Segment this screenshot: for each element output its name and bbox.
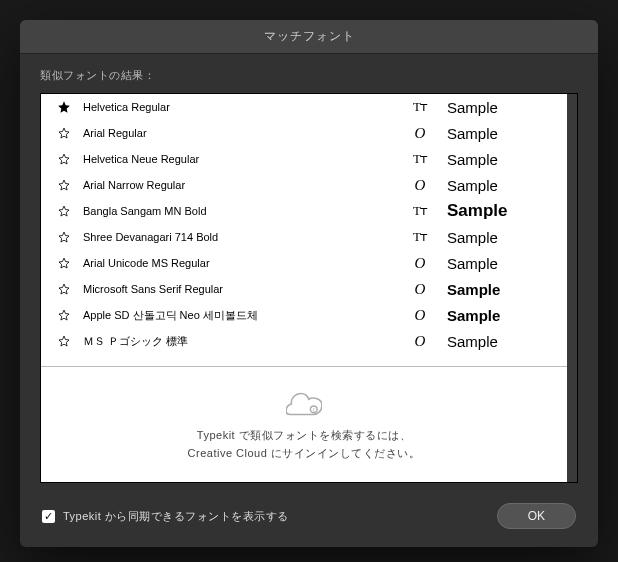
font-sample: Sample — [447, 255, 557, 272]
font-name: Helvetica Neue Regular — [83, 153, 407, 165]
font-name: Helvetica Regular — [83, 101, 407, 113]
star-outline-icon[interactable] — [55, 306, 73, 324]
font-row[interactable]: Arial RegularOSample — [41, 120, 567, 146]
dialog-content: 類似フォントの結果： Helvetica RegularTᴛSampleAria… — [20, 54, 598, 547]
font-name: Arial Narrow Regular — [83, 179, 407, 191]
results-panel: Helvetica RegularTᴛSampleArial RegularOS… — [40, 93, 578, 483]
typekit-message: Typekit で類似フォントを検索するには、 Creative Cloud に… — [41, 427, 567, 462]
truetype-icon: Tᴛ — [407, 151, 433, 167]
star-outline-icon[interactable] — [55, 280, 73, 298]
font-row[interactable]: Arial Narrow RegularOSample — [41, 172, 567, 198]
font-row[interactable]: Microsoft Sans Serif RegularOSample — [41, 276, 567, 302]
show-typekit-label: Typekit から同期できるフォントを表示する — [63, 509, 289, 524]
font-sample: Sample — [447, 229, 557, 246]
footer-left: ✓ Typekit から同期できるフォントを表示する — [42, 509, 289, 524]
window-title: マッチフォント — [264, 29, 355, 43]
font-sample: Sample — [447, 177, 557, 194]
font-row[interactable]: Helvetica Neue RegularTᴛSample — [41, 146, 567, 172]
font-name: Apple SD 산돌고딕 Neo 세미볼드체 — [83, 308, 407, 323]
typekit-line1: Typekit で類似フォントを検索するには、 — [41, 427, 567, 445]
star-filled-icon[interactable] — [55, 98, 73, 116]
typekit-line2: Creative Cloud にサインインしてください。 — [41, 445, 567, 463]
star-outline-icon[interactable] — [55, 176, 73, 194]
font-sample: Sample — [447, 281, 557, 298]
results-list: Helvetica RegularTᴛSampleArial RegularOS… — [41, 94, 567, 482]
star-outline-icon[interactable] — [55, 150, 73, 168]
truetype-icon: Tᴛ — [407, 203, 433, 219]
font-name: Shree Devanagari 714 Bold — [83, 231, 407, 243]
star-outline-icon[interactable] — [55, 202, 73, 220]
font-name: Arial Unicode MS Regular — [83, 257, 407, 269]
font-row[interactable]: Shree Devanagari 714 BoldTᴛSample — [41, 224, 567, 250]
font-name: ＭＳ Ｐゴシック 標準 — [83, 334, 407, 349]
truetype-icon: Tᴛ — [407, 229, 433, 245]
opentype-icon: O — [407, 281, 433, 298]
font-sample: Sample — [447, 201, 557, 221]
font-sample: Sample — [447, 151, 557, 168]
star-outline-icon[interactable] — [55, 124, 73, 142]
divider — [41, 366, 567, 367]
opentype-icon: O — [407, 125, 433, 142]
match-font-dialog: マッチフォント 類似フォントの結果： Helvetica RegularTᴛSa… — [20, 20, 598, 547]
font-name: Arial Regular — [83, 127, 407, 139]
font-row[interactable]: Bangla Sangam MN BoldTᴛSample — [41, 198, 567, 224]
font-row[interactable]: Apple SD 산돌고딕 Neo 세미볼드체OSample — [41, 302, 567, 328]
opentype-icon: O — [407, 333, 433, 350]
show-typekit-checkbox[interactable]: ✓ — [42, 510, 55, 523]
font-sample: Sample — [447, 99, 557, 116]
svg-text:!: ! — [313, 407, 315, 413]
scrollbar[interactable] — [567, 94, 577, 482]
opentype-icon: O — [407, 177, 433, 194]
font-row[interactable]: Helvetica RegularTᴛSample — [41, 94, 567, 120]
font-row[interactable]: ＭＳ Ｐゴシック 標準OSample — [41, 328, 567, 354]
opentype-icon: O — [407, 255, 433, 272]
dialog-footer: ✓ Typekit から同期できるフォントを表示する OK — [40, 503, 578, 529]
font-name: Microsoft Sans Serif Regular — [83, 283, 407, 295]
star-outline-icon[interactable] — [55, 332, 73, 350]
creative-cloud-icon: ! — [41, 391, 567, 417]
star-outline-icon[interactable] — [55, 228, 73, 246]
font-row[interactable]: Arial Unicode MS RegularOSample — [41, 250, 567, 276]
window-titlebar[interactable]: マッチフォント — [20, 20, 598, 54]
font-name: Bangla Sangam MN Bold — [83, 205, 407, 217]
results-label: 類似フォントの結果： — [40, 68, 578, 83]
font-sample: Sample — [447, 307, 557, 324]
font-sample: Sample — [447, 333, 557, 350]
typekit-section: ! Typekit で類似フォントを検索するには、 Creative Cloud… — [41, 379, 567, 482]
star-outline-icon[interactable] — [55, 254, 73, 272]
font-sample: Sample — [447, 125, 557, 142]
truetype-icon: Tᴛ — [407, 99, 433, 115]
ok-button[interactable]: OK — [497, 503, 576, 529]
opentype-icon: O — [407, 307, 433, 324]
